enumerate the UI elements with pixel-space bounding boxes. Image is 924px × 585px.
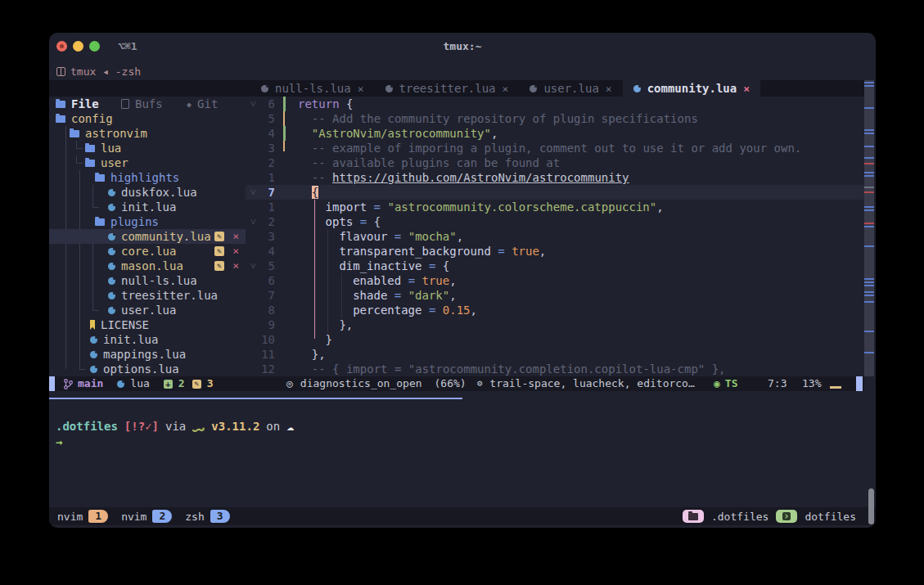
code-line: ˅5dim_inactive = {	[246, 259, 864, 273]
scrollbar-mark	[864, 172, 874, 173]
tree-item-mason-lua[interactable]: mason.lua✎×	[49, 259, 246, 273]
tree-item-astronvim[interactable]: astronvim	[49, 126, 246, 141]
ruler-mark	[830, 386, 841, 389]
tmux-window-name: nvim	[57, 511, 83, 523]
tree-item-mappings-lua[interactable]: mappings.lua	[49, 347, 246, 362]
code-text: -- example of imporing a plugin, comment…	[298, 141, 801, 155]
code-text: }	[298, 332, 332, 347]
close-buffer-icon[interactable]: ×	[743, 83, 750, 95]
scrollbar-mark	[864, 209, 874, 211]
tree-item-plugins[interactable]: plugins	[49, 214, 246, 229]
tab-file[interactable]: File	[56, 97, 99, 111]
window-title: tmux:~	[49, 40, 876, 52]
code-line: ˅6return {	[246, 97, 864, 111]
folder-icon	[85, 160, 95, 167]
diagnostics-label[interactable]: diagnostics_on_open	[300, 376, 422, 391]
tree-item-treesitter-lua[interactable]: treesitter.lua	[49, 288, 246, 303]
close-buffer-icon[interactable]: ×	[358, 83, 364, 95]
tree-item-user[interactable]: user	[49, 155, 246, 170]
tree-item-community-lua[interactable]: community.lua✎×	[49, 229, 246, 244]
tmux-pane-border[interactable]	[49, 398, 462, 399]
gear-icon: ⚙	[477, 376, 483, 391]
folder-icon	[56, 115, 65, 123]
titlebar: ⌥⌘1 tmux:~	[49, 33, 876, 57]
license-ribbon-icon	[90, 320, 95, 330]
code-token: ,	[457, 230, 463, 243]
buffer-tab[interactable]: community.lua×	[623, 80, 760, 97]
tmux-status-bar: nvim1nvim2zsh3 .dotfiles dotfiles	[49, 507, 876, 525]
unsaved-close-icon[interactable]: ×	[232, 245, 239, 257]
tree-item-core-lua[interactable]: core.lua✎×	[49, 244, 246, 259]
tmux-window-3[interactable]: zsh3	[185, 510, 229, 523]
tree-item-label: options.lua	[103, 362, 179, 376]
prompt-arrow[interactable]: →	[56, 435, 62, 448]
code-token: =	[387, 289, 408, 302]
tree-item-user-lua[interactable]: user.lua	[49, 303, 246, 317]
tree-item-options-lua[interactable]: options.lua	[49, 362, 246, 376]
tree-item-highlights[interactable]: highlights	[49, 170, 246, 185]
code-text: -- https://github.com/AstroNvim/astrocom…	[298, 170, 629, 185]
editor-scrollbar[interactable]	[864, 80, 874, 376]
close-buffer-icon[interactable]: ×	[503, 83, 509, 95]
close-buffer-icon[interactable]: ×	[606, 83, 612, 95]
code-line: 6enabled = true,	[246, 273, 864, 288]
cursor-position: 7:3	[768, 376, 787, 391]
tree-item-label: init.lua	[121, 200, 176, 214]
tree-item-label: mason.lua	[121, 259, 183, 272]
code-text: -- Add the community repository of plugi…	[298, 111, 698, 126]
tree-item-label: init.lua	[103, 333, 158, 346]
terminal-scrollbar-thumb[interactable]	[868, 488, 874, 524]
tree-item-init-lua[interactable]: init.lua	[49, 332, 246, 347]
scrollbar-mark	[864, 157, 874, 159]
terminal-tab[interactable]: tmux ◂ -zsh	[56, 64, 141, 79]
line-number: 1	[246, 170, 275, 185]
tmux-window-1[interactable]: nvim1	[57, 510, 108, 523]
unsaved-close-icon[interactable]: ×	[232, 260, 239, 272]
buffer-tab[interactable]: null-ls.lua×	[250, 80, 375, 97]
cloud-icon: ☁	[286, 419, 294, 434]
code-token: -- available plugins can be found at	[312, 156, 560, 169]
line-number: 3	[246, 141, 275, 155]
code-token: {	[346, 97, 353, 110]
code-line: 12-- { import = "astrocommunity.completi…	[246, 362, 864, 376]
tree-item-label: user.lua	[121, 304, 176, 317]
code-text: enabled = true,	[298, 273, 457, 288]
active-tools: trail-space, luacheck, editorco…	[489, 376, 694, 391]
buffer-tab[interactable]: treesitter.lua×	[375, 80, 520, 97]
line-number: 1	[246, 200, 275, 214]
tree-item-label: mappings.lua	[103, 348, 186, 361]
file-explorer: File Bufs ◆ Git c	[49, 97, 246, 376]
buffer-tab[interactable]: user.lua×	[519, 80, 622, 97]
treesitter-status: ◉TS	[714, 376, 737, 391]
scrollbar-mark	[864, 331, 874, 332]
code-token: --	[312, 171, 332, 184]
lua-icon	[90, 351, 97, 358]
unsaved-close-icon[interactable]: ×	[232, 231, 239, 242]
scrollbar-mark	[864, 146, 874, 147]
indent-guide	[341, 273, 342, 317]
tree-item-duskfox-lua[interactable]: duskfox.lua	[49, 185, 246, 200]
line-number: 2	[246, 155, 275, 170]
scroll-percent: 13%	[802, 376, 821, 391]
tree-item-null-ls-lua[interactable]: null-ls.lua	[49, 273, 246, 288]
scrollbar-mark	[864, 107, 874, 109]
code-token: transparent_background	[339, 245, 490, 258]
tmux-window-2[interactable]: nvim2	[121, 510, 172, 523]
scrollbar-mark	[864, 206, 874, 208]
tab-git[interactable]: ◆ Git	[187, 97, 218, 111]
tree-item-LICENSE[interactable]: LICENSE	[49, 317, 246, 332]
folder-icon	[688, 513, 698, 520]
code-text: return {	[298, 97, 353, 111]
session-path-chip	[683, 510, 704, 523]
git-branch[interactable]: main	[64, 376, 103, 391]
code-token: "astrocommunity.colorscheme.catppuccin"	[387, 200, 656, 214]
code-editor[interactable]: ˅6return {5-- Add the community reposito…	[246, 97, 864, 376]
scrollbar-mark	[864, 285, 874, 286]
tree-item-lua[interactable]: lua	[49, 141, 246, 155]
code-text: -- { import = "astrocommunity.completion…	[298, 362, 726, 376]
diagnostics-icon: ◎	[286, 376, 293, 391]
via-label: via	[165, 420, 186, 433]
tree-item-config[interactable]: config	[49, 111, 246, 126]
tab-bufs[interactable]: Bufs	[121, 97, 163, 111]
tree-item-init-lua[interactable]: init.lua	[49, 200, 246, 214]
